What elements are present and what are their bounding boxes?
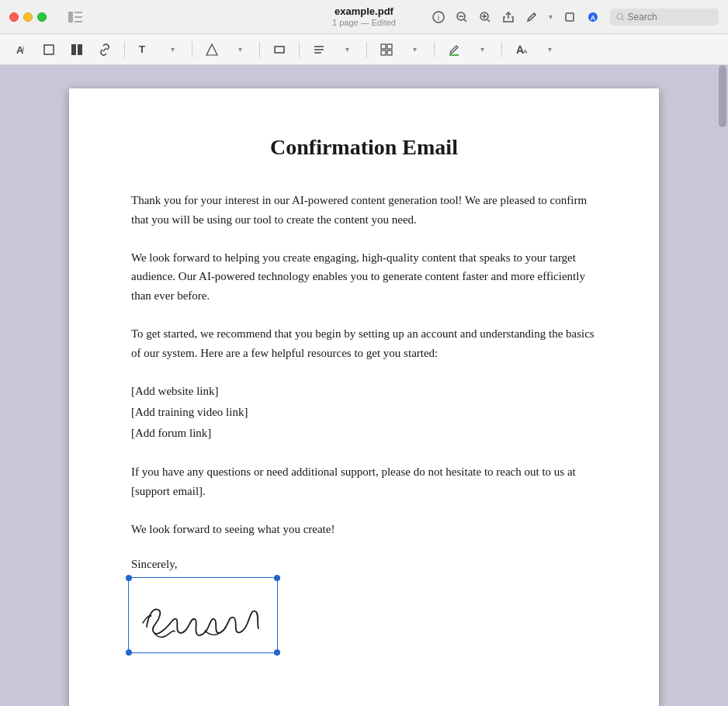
signature-container[interactable]: [131, 580, 275, 650]
svg-rect-22: [71, 44, 76, 55]
paragraph-3: To get started, we recommend that you be…: [131, 324, 597, 363]
minimize-button[interactable]: [23, 12, 33, 22]
support-paragraph: If you have any questions or need additi…: [131, 462, 597, 501]
traffic-lights: [9, 12, 47, 22]
toolbar-separator-7: [501, 42, 502, 57]
signature-image: [131, 580, 275, 650]
paragraph-1: Thank you for your interest in our AI-po…: [131, 191, 597, 230]
highlight-icon[interactable]: A: [587, 11, 599, 23]
titlebar: example.pdf 1 page — Edited i: [0, 0, 728, 34]
svg-rect-21: [44, 45, 54, 54]
toolbar-separator-4: [299, 42, 300, 57]
toolbar-color-pen-icon[interactable]: [444, 40, 464, 60]
toolbar-shape-icon[interactable]: [202, 40, 222, 60]
toolbar-color-dropdown-icon[interactable]: ▾: [472, 40, 492, 60]
sincerely-text: Sincerely,: [131, 558, 597, 571]
sidebar-toggle-group: [68, 12, 82, 22]
sidebar-toggle-icon[interactable]: [68, 12, 82, 22]
svg-rect-34: [387, 50, 392, 55]
svg-rect-23: [78, 44, 82, 55]
svg-rect-33: [381, 50, 386, 55]
toolbar-align-icon[interactable]: [309, 40, 329, 60]
selection-handle-top-right[interactable]: [274, 575, 280, 581]
resource-links: [Add website link] [Add training video l…: [131, 381, 597, 444]
scrollbar[interactable]: [717, 65, 728, 706]
toolbar-separator-5: [366, 42, 367, 57]
pen-dropdown-icon[interactable]: ▾: [549, 12, 553, 21]
svg-line-18: [622, 18, 624, 20]
document-subtitle: 1 page — Edited: [332, 18, 396, 28]
crop-icon[interactable]: [563, 11, 576, 23]
selection-handle-bottom-right[interactable]: [274, 649, 280, 656]
svg-rect-14: [566, 13, 574, 21]
toolbar-separator-2: [192, 42, 192, 57]
toolbar-shape-dropdown-icon[interactable]: ▾: [230, 40, 250, 60]
info-icon[interactable]: i: [432, 11, 445, 23]
svg-rect-32: [387, 44, 392, 49]
svg-text:i: i: [23, 45, 24, 53]
svg-rect-31: [381, 44, 386, 49]
toolbar-separator-6: [434, 42, 435, 57]
svg-rect-3: [75, 21, 82, 22]
document-filename: example.pdf: [335, 5, 393, 18]
toolbar-text-size-dropdown-icon[interactable]: ▾: [539, 40, 560, 60]
zoom-in-icon[interactable]: [479, 11, 491, 23]
toolbar-rect-outline-icon[interactable]: [269, 40, 289, 60]
svg-text:i: i: [438, 13, 440, 22]
toolbar-square-icon[interactable]: [39, 40, 59, 60]
document-body: Thank you for your interest in our AI-po…: [131, 191, 597, 539]
svg-rect-35: [449, 54, 459, 56]
toolbar-grid-dropdown-icon[interactable]: ▾: [404, 40, 425, 60]
scrollbar-thumb[interactable]: [719, 65, 726, 127]
svg-rect-0: [68, 12, 73, 22]
close-button[interactable]: [9, 12, 19, 22]
svg-line-13: [534, 13, 536, 15]
toolbar-separator-1: [124, 42, 125, 57]
main-content-area: Confirmation Email Thank you for your in…: [0, 65, 728, 706]
link-2: [Add training video link]: [131, 402, 597, 423]
link-3: [Add forum link]: [131, 423, 597, 444]
zoom-out-icon[interactable]: [456, 11, 468, 23]
toolbar-text-size-icon[interactable]: A A: [511, 40, 532, 60]
svg-rect-27: [275, 47, 284, 53]
search-input[interactable]: [628, 12, 712, 22]
document-title: Confirmation Email: [131, 135, 597, 160]
toolbar-filled-square-icon[interactable]: [67, 40, 87, 60]
fullscreen-button[interactable]: [37, 12, 47, 22]
svg-marker-26: [206, 44, 217, 55]
closing-paragraph: We look forward to seeing what you creat…: [131, 520, 597, 539]
toolbar-separator-3: [259, 42, 260, 57]
svg-text:T: T: [139, 43, 145, 55]
titlebar-info: example.pdf 1 page — Edited: [332, 5, 396, 28]
toolbar-align-dropdown-icon[interactable]: ▾: [337, 40, 357, 60]
titlebar-tools: i: [432, 9, 719, 26]
paragraph-2: We look forward to helping you create en…: [131, 248, 597, 306]
search-box[interactable]: [610, 9, 719, 26]
svg-line-24: [103, 48, 106, 51]
svg-line-8: [464, 19, 466, 22]
svg-rect-2: [75, 16, 82, 18]
toolbar-text-icon[interactable]: A i: [11, 40, 31, 60]
toolbar-grid-icon[interactable]: [376, 40, 397, 60]
toolbar-link-icon[interactable]: [95, 40, 115, 60]
toolbar-text-dropdown-icon[interactable]: ▾: [162, 40, 182, 60]
toolbar: A i T ▾ ▾: [0, 34, 728, 65]
svg-line-12: [487, 19, 490, 22]
pen-icon[interactable]: [525, 11, 538, 23]
svg-point-17: [617, 13, 622, 19]
pdf-page: Confirmation Email Thank you for your in…: [69, 88, 659, 706]
svg-rect-1: [75, 12, 82, 13]
svg-text:A: A: [523, 48, 528, 55]
share-icon[interactable]: [502, 11, 515, 23]
toolbar-text-block-icon[interactable]: T: [134, 40, 154, 60]
svg-text:A: A: [591, 14, 596, 22]
link-1: [Add website link]: [131, 381, 597, 402]
